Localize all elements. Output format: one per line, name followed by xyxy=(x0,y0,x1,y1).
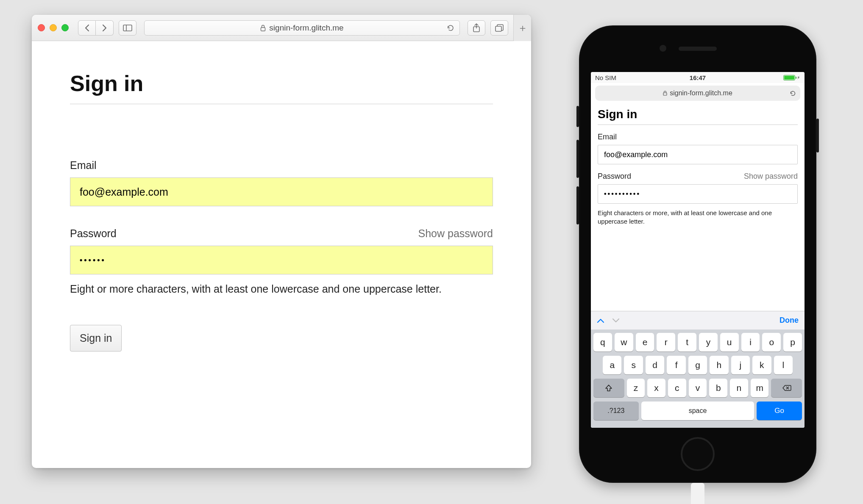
key-m[interactable]: m xyxy=(751,379,769,397)
window-controls xyxy=(38,24,69,31)
back-button[interactable] xyxy=(78,20,96,36)
lock-icon xyxy=(663,91,667,96)
ios-email-field[interactable] xyxy=(598,145,798,164)
maximize-window-button[interactable] xyxy=(61,24,69,31)
key-u[interactable]: u xyxy=(720,333,739,352)
svg-rect-6 xyxy=(663,93,667,95)
ios-password-field[interactable] xyxy=(598,184,798,204)
ios-show-password-toggle[interactable]: Show password xyxy=(744,172,798,181)
key-t[interactable]: t xyxy=(678,333,696,352)
password-label: Password xyxy=(70,227,117,240)
key-a[interactable]: a xyxy=(603,356,621,374)
key-n[interactable]: n xyxy=(730,379,748,397)
page-content: Sign in Email Password Show password Eig… xyxy=(32,41,531,468)
safari-window: signin-form.glitch.me ＋ Sign in Email Pa… xyxy=(32,15,531,468)
carrier-text: No SIM xyxy=(595,74,616,81)
close-window-button[interactable] xyxy=(38,24,45,31)
show-password-toggle[interactable]: Show password xyxy=(418,227,493,240)
status-time: 16:47 xyxy=(690,74,706,81)
svg-rect-0 xyxy=(123,25,132,31)
signin-button[interactable]: Sign in xyxy=(70,325,122,352)
shift-key[interactable] xyxy=(593,379,624,397)
key-c[interactable]: c xyxy=(668,379,686,397)
backspace-key[interactable] xyxy=(771,379,802,397)
reload-button[interactable] xyxy=(447,24,454,32)
key-i[interactable]: i xyxy=(741,333,760,352)
iphone-camera xyxy=(660,45,666,52)
keyboard-accessory-bar: Done xyxy=(591,311,805,330)
password-hint: Eight or more characters, with at least … xyxy=(70,283,493,295)
password-field[interactable] xyxy=(70,246,493,274)
keyboard-row-2: asdfghjkl xyxy=(593,356,802,374)
ios-url-text: signin-form.glitch.me xyxy=(670,89,732,97)
key-z[interactable]: z xyxy=(627,379,645,397)
key-h[interactable]: h xyxy=(710,356,728,374)
page-title: Sign in xyxy=(70,71,493,104)
url-text: signin-form.glitch.me xyxy=(269,23,343,33)
svg-rect-2 xyxy=(261,28,265,31)
key-v[interactable]: v xyxy=(689,379,707,397)
battery-icon xyxy=(783,75,795,80)
new-tab-button[interactable]: ＋ xyxy=(513,15,531,41)
ios-email-label: Email xyxy=(598,133,798,141)
iphone-screen: No SIM 16:47 ⚡︎ signin-form.glitch.me Si… xyxy=(591,72,805,428)
ios-password-hint: Eight characters or more, with at least … xyxy=(598,209,798,226)
svg-rect-5 xyxy=(496,26,501,31)
key-f[interactable]: f xyxy=(667,356,685,374)
form-prev-button[interactable] xyxy=(597,318,604,323)
key-l[interactable]: l xyxy=(774,356,793,374)
key-g[interactable]: g xyxy=(688,356,707,374)
key-k[interactable]: k xyxy=(752,356,771,374)
email-field[interactable] xyxy=(70,177,493,206)
key-o[interactable]: o xyxy=(762,333,781,352)
key-s[interactable]: s xyxy=(624,356,643,374)
key-b[interactable]: b xyxy=(709,379,727,397)
ios-reload-button[interactable] xyxy=(790,90,796,97)
minimize-window-button[interactable] xyxy=(50,24,57,31)
forward-button[interactable] xyxy=(96,20,114,36)
iphone-cable xyxy=(691,483,704,504)
keyboard-done-button[interactable]: Done xyxy=(779,316,799,325)
ios-keyboard: qwertyuiop asdfghjkl zxcvbnm .?123 space… xyxy=(591,330,805,428)
iphone-device: No SIM 16:47 ⚡︎ signin-form.glitch.me Si… xyxy=(579,25,816,483)
email-label: Email xyxy=(70,159,493,172)
ios-page-title: Sign in xyxy=(598,108,798,125)
lock-icon xyxy=(260,25,266,31)
keyboard-row-3: zxcvbnm xyxy=(593,379,802,397)
numeric-key[interactable]: .?123 xyxy=(593,402,639,420)
key-w[interactable]: w xyxy=(615,333,633,352)
address-bar[interactable]: signin-form.glitch.me xyxy=(144,20,460,36)
key-r[interactable]: r xyxy=(657,333,675,352)
tabs-button[interactable] xyxy=(490,20,508,36)
ios-status-bar: No SIM 16:47 ⚡︎ xyxy=(591,72,805,83)
safari-toolbar: signin-form.glitch.me ＋ xyxy=(32,15,531,41)
keyboard-row-1: qwertyuiop xyxy=(593,333,802,352)
form-next-button[interactable] xyxy=(612,318,620,323)
sidebar-toggle-button[interactable] xyxy=(119,20,136,36)
key-p[interactable]: p xyxy=(783,333,802,352)
key-j[interactable]: j xyxy=(731,356,750,374)
ios-page-content: Sign in Email Password Show password Eig… xyxy=(591,103,805,311)
key-e[interactable]: e xyxy=(636,333,654,352)
space-key[interactable]: space xyxy=(641,402,754,420)
ios-address-bar[interactable]: signin-form.glitch.me xyxy=(595,86,800,101)
charging-icon: ⚡︎ xyxy=(797,75,800,80)
share-button[interactable] xyxy=(468,20,485,36)
key-y[interactable]: y xyxy=(699,333,718,352)
key-x[interactable]: x xyxy=(647,379,665,397)
ios-password-label: Password xyxy=(598,172,631,181)
key-d[interactable]: d xyxy=(646,356,664,374)
home-button[interactable] xyxy=(681,437,715,471)
keyboard-row-4: .?123 space Go xyxy=(593,402,802,420)
go-key[interactable]: Go xyxy=(757,402,802,420)
iphone-speaker xyxy=(679,47,717,51)
key-q[interactable]: q xyxy=(593,333,612,352)
